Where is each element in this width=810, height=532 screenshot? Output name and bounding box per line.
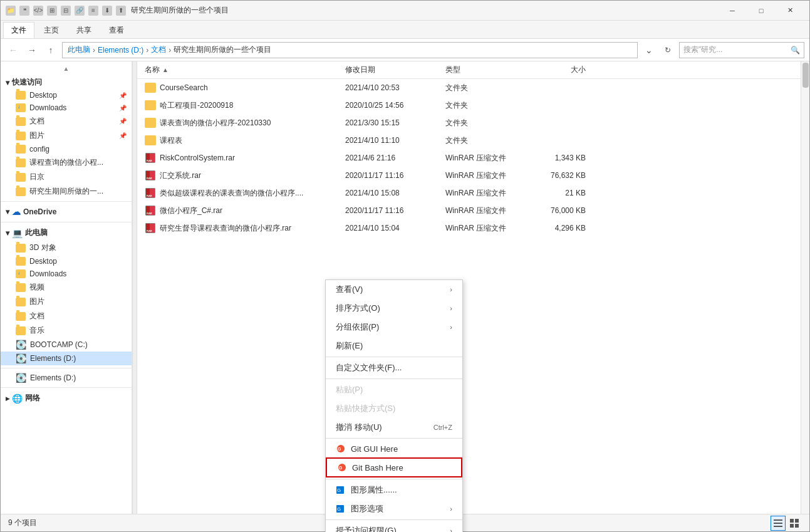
file-cell-size: 76,000 KB bbox=[528, 206, 591, 215]
col-header-date[interactable]: 修改日期 bbox=[340, 65, 440, 75]
network-header[interactable]: ▸ 🌐 网络 bbox=[1, 390, 132, 406]
sidebar-item-downloads-pc[interactable]: Downloads bbox=[1, 268, 132, 280]
table-row[interactable]: 类似超级课程表的课表查询的微信小程序.... 2021/4/10 15:08 W… bbox=[137, 184, 801, 202]
toolbar-icon5[interactable]: 🔗 bbox=[75, 6, 85, 16]
title-bar-icons: 📁 ❝ </> ⊞ ⊟ 🔗 ≡ ⬇ ⬆ bbox=[6, 6, 126, 16]
maximize-button[interactable]: □ bbox=[747, 1, 776, 21]
toolbar-icon4[interactable]: ⊟ bbox=[61, 6, 71, 16]
context-menu-item-refresh[interactable]: 刷新(E) bbox=[326, 336, 462, 355]
col-type-label: 类型 bbox=[445, 65, 460, 74]
sidebar-item-3d[interactable]: 3D 对象 bbox=[1, 241, 132, 255]
vertical-scrollbar[interactable] bbox=[801, 61, 809, 514]
sidebar-item-pics-pc[interactable]: 图片 bbox=[1, 295, 132, 309]
context-menu-item-group[interactable]: 分组依据(P) › bbox=[326, 318, 462, 336]
sidebar-item-docs-pc[interactable]: 文档 bbox=[1, 309, 132, 323]
context-menu-item-graphics-opts[interactable]: G 图形选项 › bbox=[326, 499, 462, 518]
window-title: 研究生期间所做的一些个项目 bbox=[131, 5, 718, 16]
sidebar-resizer[interactable] bbox=[132, 61, 137, 514]
table-row[interactable]: 微信小程序_C#.rar 2020/11/17 11:16 WinRAR 压缩文… bbox=[137, 202, 801, 219]
breadcrumb-drive[interactable]: Elements (D:) bbox=[98, 46, 143, 55]
expand-arrow-quick: ▾ bbox=[6, 78, 9, 87]
table-row[interactable]: 课表查询的微信小程序-20210330 2021/3/30 15:15 文件夹 bbox=[137, 114, 801, 132]
sidebar-label-downloads-pc: Downloads bbox=[29, 269, 66, 278]
toolbar-icon1[interactable]: ❝ bbox=[19, 6, 29, 16]
forward-button[interactable]: → bbox=[24, 43, 39, 58]
toolbar-icon7[interactable]: ⬇ bbox=[102, 6, 112, 16]
scroll-thumb[interactable] bbox=[802, 63, 809, 88]
quick-access-header[interactable]: ▾ 快速访问 bbox=[1, 73, 132, 89]
context-menu-item-git-bash[interactable]: G Git Bash Here bbox=[326, 457, 462, 477]
context-menu[interactable]: 查看(V) › 排序方式(O) › 分组依据(P) › 刷新(E) 自定义文件夹… bbox=[325, 279, 463, 532]
sidebar-item-docs-quick[interactable]: 文档 📌 bbox=[1, 114, 132, 128]
thispc-header[interactable]: ▾ 💻 此电脑 bbox=[1, 225, 132, 241]
breadcrumb-thispc[interactable]: 此电脑 bbox=[68, 44, 90, 55]
sidebar-label-pics: 图片 bbox=[29, 130, 44, 141]
arrow-graphics: › bbox=[450, 505, 452, 513]
context-menu-item-sort[interactable]: 排序方式(O) › bbox=[326, 299, 462, 318]
toolbar-icon6[interactable]: ≡ bbox=[88, 6, 98, 16]
close-button[interactable]: ✕ bbox=[776, 1, 804, 21]
rar-icon-row bbox=[145, 152, 156, 164]
graphics-opts-label: 图形选项 bbox=[351, 503, 383, 514]
context-menu-item-paste[interactable]: 粘贴(P) bbox=[326, 380, 462, 399]
sidebar-item-desktop-quick[interactable]: Desktop 📌 bbox=[1, 89, 132, 102]
table-row[interactable]: CourseSearch 2021/4/10 20:53 文件夹 bbox=[137, 79, 801, 96]
git-bash-label: Git Bash Here bbox=[352, 463, 403, 472]
tab-share[interactable]: 共享 bbox=[68, 22, 100, 38]
toolbar-icon2[interactable]: </> bbox=[33, 6, 43, 16]
onedrive-header[interactable]: ▾ ☁ OneDrive bbox=[1, 204, 132, 219]
context-menu-item-undo[interactable]: 撤消 移动(U) Ctrl+Z bbox=[326, 418, 462, 437]
context-menu-item-graphics-props[interactable]: G 图形属性...... bbox=[326, 481, 462, 499]
table-row[interactable]: 课程表 2021/4/10 11:10 文件夹 bbox=[137, 132, 801, 149]
sidebar-item-rj[interactable]: 日京 bbox=[1, 170, 132, 184]
view-grid-button[interactable] bbox=[787, 516, 802, 531]
context-menu-item-access[interactable]: 授予访问权限(G) › bbox=[326, 521, 462, 532]
minimize-button[interactable]: ─ bbox=[718, 1, 747, 21]
sidebar-collapse[interactable]: ▲ bbox=[1, 64, 132, 73]
context-menu-item-custom[interactable]: 自定义文件夹(F)... bbox=[326, 358, 462, 377]
context-menu-item-view[interactable]: 查看(V) › bbox=[326, 280, 462, 299]
table-row[interactable]: 汇交系统.rar 2020/11/17 11:16 WinRAR 压缩文件 76… bbox=[137, 167, 801, 184]
sidebar-label-docs: 文档 bbox=[29, 116, 44, 127]
col-header-name[interactable]: 名称 ▲ bbox=[140, 65, 340, 75]
sidebar-item-elements-d2[interactable]: 💽 Elements (D:) bbox=[1, 371, 132, 385]
breadcrumb-sep1: › bbox=[93, 46, 95, 55]
dropdown-button[interactable]: ⌄ bbox=[641, 43, 657, 58]
breadcrumb[interactable]: 此电脑 › Elements (D:) › 文档 › 研究生期间所做的一些个项目 bbox=[62, 42, 638, 58]
file-cell-name: 类似超级课程表的课表查询的微信小程序.... bbox=[140, 187, 340, 199]
context-menu-item-paste-shortcut[interactable]: 粘贴快捷方式(S) bbox=[326, 399, 462, 418]
sidebar-item-bootcamp[interactable]: 💽 BOOTCAMP (C:) bbox=[1, 338, 132, 352]
sidebar-item-video[interactable]: 视频 bbox=[1, 280, 132, 295]
file-name: 汇交系统.rar bbox=[160, 170, 201, 181]
breadcrumb-docs[interactable]: 文档 bbox=[151, 44, 166, 55]
col-header-size[interactable]: 大小 bbox=[528, 65, 591, 75]
table-row[interactable]: 哈工程项目-20200918 2020/10/25 14:56 文件夹 bbox=[137, 96, 801, 114]
table-row[interactable]: RiskControlSystem.rar 2021/4/6 21:16 Win… bbox=[137, 149, 801, 167]
sidebar-item-config[interactable]: config bbox=[1, 143, 132, 155]
up-button[interactable]: ↑ bbox=[43, 43, 58, 58]
sidebar-item-music[interactable]: 音乐 bbox=[1, 323, 132, 338]
sidebar-item-pics-quick[interactable]: 图片 📌 bbox=[1, 128, 132, 143]
tab-home[interactable]: 主页 bbox=[36, 22, 67, 38]
table-row[interactable]: 研究生督导课程表查询的微信小程序.rar 2021/4/10 15:04 Win… bbox=[137, 219, 801, 237]
tab-file[interactable]: 文件 bbox=[3, 22, 34, 38]
back-button[interactable]: ← bbox=[6, 43, 21, 58]
col-header-type[interactable]: 类型 bbox=[440, 65, 528, 75]
view-list-button[interactable] bbox=[771, 516, 786, 531]
toolbar-icon3[interactable]: ⊞ bbox=[47, 6, 57, 16]
sidebar-item-course-query[interactable]: 课程查询的微信小程... bbox=[1, 155, 132, 170]
sidebar-item-yjs[interactable]: 研究生期间所做的一... bbox=[1, 184, 132, 199]
downloads-icon-pc bbox=[16, 269, 26, 278]
sidebar-item-elements[interactable]: 💽 Elements (D:) bbox=[1, 352, 132, 365]
context-menu-item-git-gui[interactable]: G Git GUI Here bbox=[326, 440, 462, 457]
search-box[interactable]: 搜索"研究... 🔍 bbox=[679, 42, 804, 58]
sidebar-item-downloads-quick[interactable]: Downloads 📌 bbox=[1, 102, 132, 114]
downloads-icon bbox=[16, 103, 26, 112]
refresh-button[interactable]: ↻ bbox=[660, 43, 675, 58]
toolbar-icon8[interactable]: ⬆ bbox=[116, 6, 126, 16]
sidebar-item-desktop-pc[interactable]: Desktop bbox=[1, 255, 132, 268]
sidebar-label-rj: 日京 bbox=[29, 172, 44, 182]
context-menu-sep5 bbox=[326, 519, 462, 520]
breadcrumb-current: 研究生期间所做的一些个项目 bbox=[174, 44, 271, 55]
tab-view[interactable]: 查看 bbox=[101, 22, 132, 38]
